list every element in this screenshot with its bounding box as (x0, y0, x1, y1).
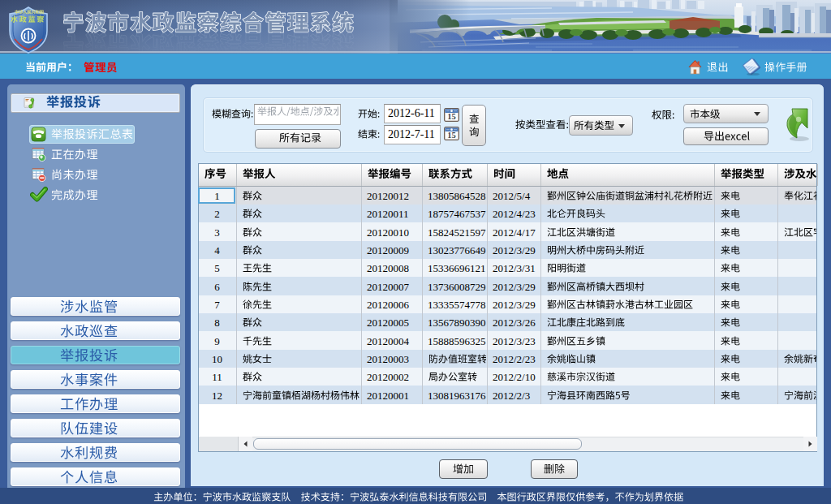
svg-text:15: 15 (447, 131, 456, 140)
svg-text:15: 15 (447, 112, 456, 121)
